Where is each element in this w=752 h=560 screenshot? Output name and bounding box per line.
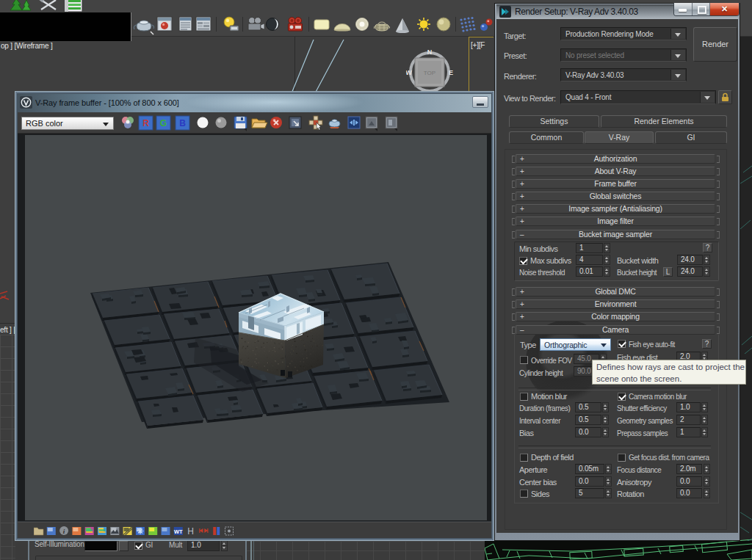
svg-text:W: W [406,69,412,76]
svg-text:G: G [160,118,167,128]
svg-text:WT: WT [174,528,183,535]
svg-text:R: R [142,118,149,128]
svg-text:N: N [427,48,433,56]
svg-text:E: E [449,69,453,76]
svg-text:TOP: TOP [424,70,435,76]
svg-text:B: B [179,118,186,128]
svg-text:H: H [187,526,194,536]
